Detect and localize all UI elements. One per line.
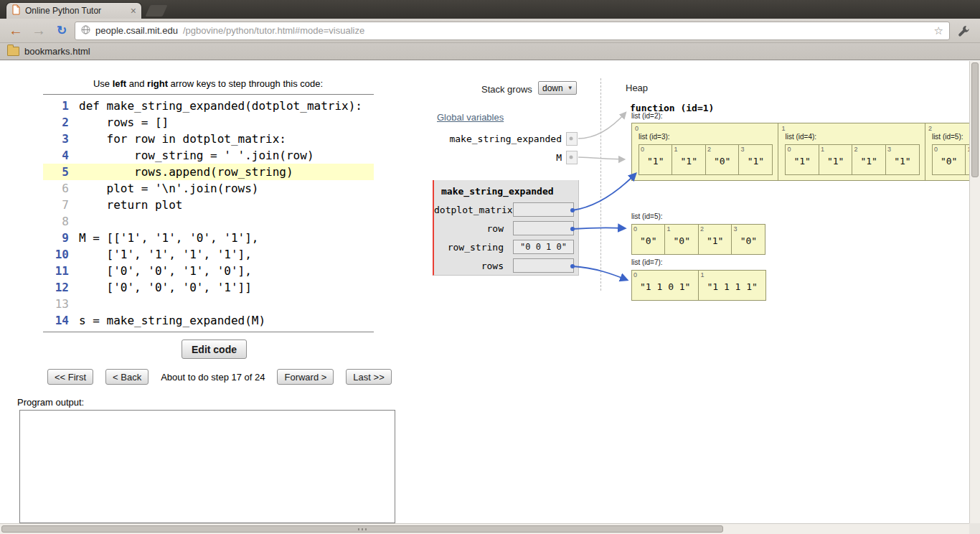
- line-number: 10: [43, 246, 69, 263]
- url-bar[interactable]: people.csail.mit.edu /pgbovine/python/tu…: [75, 22, 950, 40]
- code-line-10: 10 ['1', '1', '1', '1'],: [43, 246, 374, 263]
- wrench-menu-icon[interactable]: [953, 22, 974, 40]
- bookmark-item[interactable]: bookmarks.html: [24, 46, 90, 57]
- tab-favicon-icon: [11, 4, 21, 18]
- browser-tab[interactable]: Online Python Tutor ×: [6, 2, 142, 19]
- first-button[interactable]: << First: [47, 369, 93, 385]
- code-text: plot = '\n'.join(rows): [79, 180, 258, 197]
- element-index: 2: [700, 225, 704, 233]
- variable-name: row: [434, 223, 504, 234]
- heap-cell: 1"0": [665, 225, 698, 254]
- window-titlebar: Online Python Tutor ×: [0, 0, 980, 19]
- element-index: 0: [633, 271, 637, 278]
- bookmark-star-icon[interactable]: ☆: [934, 24, 943, 37]
- tab-close-icon[interactable]: ×: [131, 6, 136, 16]
- heap-cell: 2"0": [706, 145, 739, 174]
- heap-cell: 1"1": [819, 145, 852, 174]
- element-value: "0": [633, 233, 663, 252]
- heap-cell: 0"1": [639, 145, 672, 174]
- heap-cell: 0"0": [933, 145, 966, 174]
- global-var-make-string-expanded: make_string_expanded: [430, 132, 562, 146]
- heap-cell: 0"0": [632, 225, 665, 254]
- code-line-13: 13: [43, 296, 374, 312]
- stack-grows-label: Stack grows: [481, 84, 532, 95]
- element-value: "1": [787, 153, 816, 172]
- line-number: 4: [43, 147, 69, 164]
- forward-button-icon[interactable]: →: [29, 22, 49, 40]
- program-output-label: Program output:: [17, 397, 84, 408]
- heap-list-cells: 0"1 1 0 1"1"1 1 1 1": [631, 270, 766, 301]
- element-value: "1": [700, 233, 730, 252]
- frame-variable-row: row: [434, 219, 578, 238]
- code-line-4: 4 row_string = ' '.join(row): [43, 147, 374, 164]
- back-button-icon[interactable]: ←: [6, 22, 26, 40]
- frame-title: make_string_expanded: [434, 180, 578, 197]
- element-index: 3: [887, 146, 891, 153]
- code-line-14: 14s = make_string_expanded(M): [43, 312, 374, 329]
- element-value: "1": [641, 153, 670, 172]
- back-step-button[interactable]: < Back: [105, 369, 149, 385]
- element-index: 0: [934, 146, 938, 153]
- heap-list-2: list (id=2):0list (id=3):0"1"1"1"2"0"3"1…: [631, 112, 980, 181]
- line-number: 13: [43, 296, 69, 312]
- chevron-down-icon: ▼: [567, 85, 573, 91]
- element-value: "1": [887, 153, 918, 172]
- element-index: 0: [787, 146, 791, 153]
- heap-cell: 1"1": [672, 145, 705, 174]
- element-value: "1": [854, 153, 883, 172]
- reload-button-icon[interactable]: ↻: [52, 22, 72, 40]
- instructions-part: and: [126, 78, 147, 89]
- frame-variable-row_string: row_string"0 0 1 0": [434, 238, 578, 256]
- globe-icon: [81, 25, 90, 37]
- global-variables-heading: Global variables: [437, 112, 504, 123]
- key-left-label: left: [113, 78, 127, 89]
- forward-button[interactable]: Forward >: [277, 369, 334, 385]
- heap-list-object: list (id=7):0"1 1 0 1"1"1 1 1 1": [631, 258, 766, 301]
- last-button[interactable]: Last >>: [346, 369, 391, 385]
- code-line-12: 12 ['0', '0', '0', '1']]: [43, 279, 374, 296]
- tab-title: Online Python Tutor: [25, 6, 126, 16]
- stack-direction-select[interactable]: down ▼: [538, 81, 577, 95]
- step-status-text: About to do step 17 of 24: [161, 372, 265, 383]
- vertical-scrollbar-thumb[interactable]: [971, 62, 979, 177]
- code-line-11: 11 ['0', '0', '1', '0'],: [43, 263, 374, 279]
- folder-icon: [7, 47, 19, 56]
- new-tab-button[interactable]: [145, 5, 167, 17]
- line-number: 6: [43, 180, 69, 197]
- heap-list-cells: 0"0"1"0"2"1"3"0": [631, 224, 765, 255]
- element-index: 2: [854, 146, 857, 153]
- element-value: "1 1 1 1": [700, 278, 763, 298]
- bookmarks-bar: bookmarks.html: [0, 43, 980, 60]
- edit-code-button[interactable]: Edit code: [182, 339, 247, 359]
- variable-name: row_string: [434, 242, 504, 253]
- global-var-M: M: [430, 151, 562, 165]
- variable-pointer-box: [513, 221, 574, 235]
- browser-toolbar: ← → ↻ people.csail.mit.edu /pgbovine/pyt…: [0, 19, 980, 43]
- line-number: 5: [43, 164, 69, 180]
- variable-pointer-box: [513, 258, 574, 273]
- element-value: "0": [666, 233, 696, 252]
- frame-variable-rows: rows: [434, 256, 578, 275]
- line-number: 9: [43, 230, 69, 246]
- code-text: ['1', '1', '1', '1'],: [79, 246, 252, 263]
- code-text: M = [['1', '1', '0', '1'],: [79, 230, 258, 246]
- heap-object-label: list (id=4):: [785, 133, 919, 141]
- line-number: 1: [43, 98, 69, 114]
- horizontal-scrollbar[interactable]: [0, 523, 969, 534]
- heap-cell: 3"0": [732, 225, 765, 254]
- element-value: "1": [740, 153, 771, 172]
- program-output-textarea[interactable]: [19, 410, 395, 523]
- instructions-part: arrow keys to step through this code:: [168, 78, 323, 89]
- horizontal-scrollbar-thumb[interactable]: [1, 525, 723, 533]
- element-index: 1: [821, 146, 824, 153]
- url-path-text: /pgbovine/python/tutor.html#mode=visuali…: [183, 25, 364, 36]
- scrollbar-grip-icon: [357, 528, 367, 530]
- variable-name: dotplot_matrix: [434, 205, 504, 215]
- heap-cell: 2"1": [699, 225, 732, 254]
- page-content: Use left and right arrow keys to step th…: [0, 61, 980, 523]
- code-line-9: 9M = [['1', '1', '0', '1'],: [43, 230, 374, 246]
- element-index: 2: [707, 146, 711, 153]
- vertical-scrollbar[interactable]: [969, 61, 980, 523]
- url-host-text: people.csail.mit.edu: [95, 25, 178, 36]
- heap-cell: 1list (id=4):0"1"1"1"2"1"3"1": [778, 123, 925, 180]
